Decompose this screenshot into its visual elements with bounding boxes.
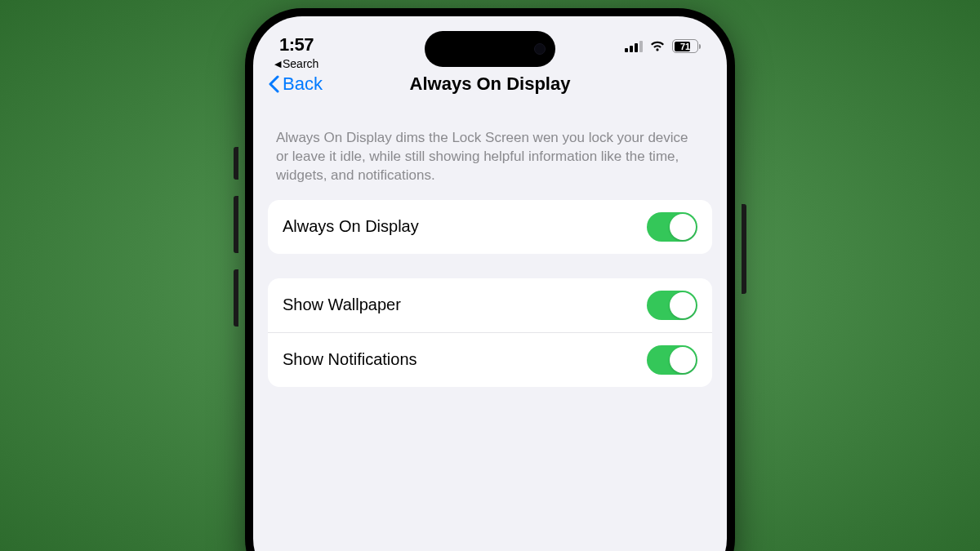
volume-down-button <box>234 269 238 327</box>
switch-thumb <box>670 347 696 373</box>
settings-group-main: Always On Display <box>268 200 712 254</box>
toggle-always-on-display[interactable] <box>647 212 697 242</box>
back-button[interactable]: Back <box>268 73 323 95</box>
battery-indicator: 71 <box>672 39 701 53</box>
row-show-notifications: Show Notifications <box>268 332 712 387</box>
volume-up-button <box>234 196 238 253</box>
settings-group-options: Show Wallpaper Show Notifications <box>268 278 712 387</box>
back-label: Back <box>283 73 323 95</box>
page-title: Always On Display <box>410 73 571 95</box>
status-time: 1:57 <box>279 34 318 56</box>
row-always-on-display: Always On Display <box>268 200 712 254</box>
switch-thumb <box>670 292 696 318</box>
cellular-signal-icon <box>625 41 643 52</box>
phone-frame: 1:57 ◀ Search <box>245 8 735 551</box>
navigation-bar: Back Always On Display <box>253 65 727 106</box>
toggle-show-notifications[interactable] <box>647 345 697 375</box>
description-text: Always On Display dims the Lock Screen w… <box>268 106 712 200</box>
battery-percent: 71 <box>673 41 697 52</box>
row-label: Show Notifications <box>283 350 417 369</box>
wifi-icon <box>649 40 666 52</box>
toggle-show-wallpaper[interactable] <box>647 291 697 320</box>
dynamic-island <box>425 31 555 67</box>
row-show-wallpaper: Show Wallpaper <box>268 278 712 332</box>
row-label: Show Wallpaper <box>283 295 401 314</box>
screen: 1:57 ◀ Search <box>253 16 727 551</box>
mute-switch <box>234 147 238 180</box>
power-button <box>742 204 746 294</box>
switch-thumb <box>670 214 696 240</box>
row-label: Always On Display <box>283 217 419 236</box>
chevron-left-icon <box>268 75 279 93</box>
front-camera-icon <box>534 43 546 55</box>
